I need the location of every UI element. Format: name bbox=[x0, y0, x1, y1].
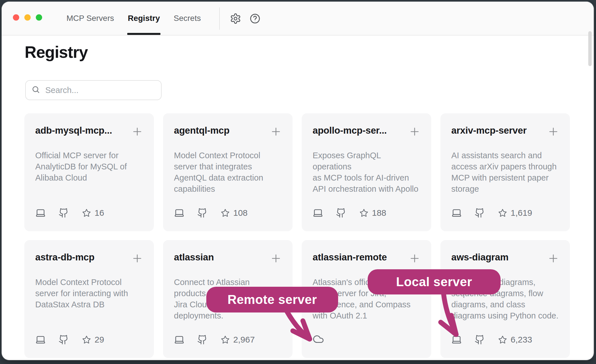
add-server-button[interactable] bbox=[270, 253, 282, 264]
server-name: adb-mysql-mcp... bbox=[35, 125, 112, 136]
server-name: aws-diagram bbox=[451, 252, 509, 262]
server-description: Official MCP server forAnalyticDB for My… bbox=[35, 150, 143, 183]
card-header: arxiv-mcp-server bbox=[451, 125, 559, 137]
add-server-button[interactable] bbox=[409, 126, 420, 137]
description-line: diagrams using Python code. bbox=[451, 310, 559, 321]
card-header: adb-mysql-mcp... bbox=[35, 125, 143, 137]
server-card-apollo-mcp-ser[interactable]: apollo-mcp-ser... Exposes GraphQL operat… bbox=[302, 113, 431, 231]
star-icon bbox=[498, 335, 507, 344]
description-line: Model Context Protocol bbox=[35, 277, 143, 288]
laptop-icon bbox=[451, 334, 462, 345]
card-footer: 29 bbox=[35, 334, 104, 345]
plus-icon bbox=[409, 126, 420, 137]
minimize-window-button[interactable] bbox=[24, 14, 31, 21]
card-header: astra-db-mcp bbox=[35, 252, 143, 264]
magnifier-icon bbox=[32, 85, 40, 95]
settings-button[interactable] bbox=[230, 13, 241, 24]
star-icon bbox=[82, 208, 91, 217]
description-line: AI assistants search and bbox=[451, 150, 559, 161]
star-icon bbox=[359, 208, 368, 217]
description-line: Exposes GraphQL operations bbox=[313, 150, 420, 172]
server-card-astra-db-mcp[interactable]: astra-db-mcp Model Context Protocolserve… bbox=[24, 240, 154, 358]
server-card-adb-mysql-mcp[interactable]: adb-mysql-mcp... Official MCP server for… bbox=[24, 113, 154, 231]
card-footer: 16 bbox=[35, 207, 104, 218]
star-count: 16 bbox=[95, 208, 104, 218]
github-icon[interactable] bbox=[475, 335, 485, 345]
search-box bbox=[25, 80, 162, 100]
laptop-icon bbox=[451, 207, 462, 218]
description-line: AnalyticDB for MySQL of bbox=[35, 161, 143, 172]
star-icon bbox=[498, 208, 507, 217]
card-header: agentql-mcp bbox=[174, 125, 282, 137]
add-server-button[interactable] bbox=[132, 253, 143, 264]
cloud-icon bbox=[313, 333, 324, 345]
laptop-icon bbox=[35, 207, 46, 218]
description-line: MCP with persistent paper bbox=[451, 172, 559, 183]
add-server-button[interactable] bbox=[548, 253, 559, 264]
github-icon[interactable] bbox=[58, 208, 69, 218]
card-header: atlassian-remote bbox=[313, 252, 420, 264]
search-input[interactable] bbox=[45, 85, 155, 95]
remote-server-callout: Remote server bbox=[206, 287, 338, 312]
server-card-arxiv-mcp-server[interactable]: arxiv-mcp-server AI assistants search an… bbox=[440, 113, 570, 231]
github-icon[interactable] bbox=[58, 335, 69, 345]
card-header: aws-diagram bbox=[451, 252, 559, 264]
plus-icon bbox=[548, 126, 559, 137]
server-card-agentql-mcp[interactable]: agentql-mcp Model Context Protocolserver… bbox=[163, 113, 293, 231]
plus-icon bbox=[132, 253, 143, 264]
server-card-aws-diagram[interactable]: aws-diagram Create AWS diagrams,sequence… bbox=[440, 240, 570, 358]
zoom-window-button[interactable] bbox=[36, 14, 42, 21]
server-name: agentql-mcp bbox=[174, 125, 230, 136]
server-name: apollo-mcp-ser... bbox=[313, 125, 387, 136]
tab-registry[interactable]: Registry bbox=[128, 2, 160, 35]
plus-icon bbox=[548, 253, 559, 264]
card-footer-remote bbox=[313, 333, 324, 345]
server-description: Exposes GraphQL operationsas MCP tools f… bbox=[313, 150, 420, 195]
laptop-icon bbox=[174, 207, 185, 218]
star-count: 1,619 bbox=[511, 208, 532, 218]
question-mark-icon bbox=[249, 13, 261, 24]
title-bar: MCP Servers Registry Secrets bbox=[2, 2, 594, 35]
tab-mcp-servers[interactable]: MCP Servers bbox=[66, 2, 114, 35]
laptop-icon bbox=[313, 207, 323, 218]
server-name: atlassian-remote bbox=[313, 252, 387, 262]
github-icon[interactable] bbox=[336, 208, 346, 218]
add-server-button[interactable] bbox=[409, 253, 420, 264]
card-footer: 6,233 bbox=[451, 334, 532, 345]
local-server-callout: Local server bbox=[368, 269, 501, 294]
star-count: 29 bbox=[95, 335, 104, 345]
close-window-button[interactable] bbox=[13, 14, 19, 21]
card-footer: 2,967 bbox=[174, 334, 255, 345]
description-line: AgentQL data extraction bbox=[174, 172, 282, 183]
star-count: 2,967 bbox=[233, 335, 255, 345]
scrollbar-thumb[interactable] bbox=[588, 31, 592, 66]
help-button[interactable] bbox=[249, 13, 261, 24]
description-line: Connect to Atlassian bbox=[174, 277, 282, 288]
github-icon[interactable] bbox=[197, 335, 207, 345]
description-line: server that integrates bbox=[174, 161, 282, 172]
desktop: { "titlebar": { "tabs": [ {"label": "MCP… bbox=[0, 0, 596, 364]
tab-secrets[interactable]: Secrets bbox=[174, 2, 201, 35]
description-line: Model Context Protocol bbox=[174, 150, 282, 161]
star-icon bbox=[221, 335, 230, 344]
star-icon bbox=[221, 208, 230, 217]
star-icon bbox=[82, 335, 91, 344]
laptop-icon bbox=[174, 334, 185, 345]
add-server-button[interactable] bbox=[548, 126, 559, 137]
description-line: as MCP tools for AI-driven bbox=[313, 172, 420, 183]
description-line: storage bbox=[451, 183, 559, 195]
description-line: server for interacting with bbox=[35, 288, 143, 299]
card-header: apollo-mcp-ser... bbox=[313, 125, 420, 137]
server-name: arxiv-mcp-server bbox=[451, 125, 527, 136]
server-grid: adb-mysql-mcp... Official MCP server for… bbox=[24, 113, 570, 358]
description-line: Alibaba Cloud bbox=[35, 172, 143, 183]
description-line: API orchestration with Apollo bbox=[313, 183, 420, 195]
server-name: atlassian bbox=[174, 252, 214, 262]
add-server-button[interactable] bbox=[132, 126, 143, 137]
description-line: capabilities bbox=[174, 183, 282, 195]
github-icon[interactable] bbox=[197, 208, 207, 218]
github-icon[interactable] bbox=[475, 208, 485, 218]
add-server-button[interactable] bbox=[270, 126, 282, 137]
plus-icon bbox=[270, 126, 282, 137]
server-description: AI assistants search andaccess arXiv pap… bbox=[451, 150, 559, 195]
